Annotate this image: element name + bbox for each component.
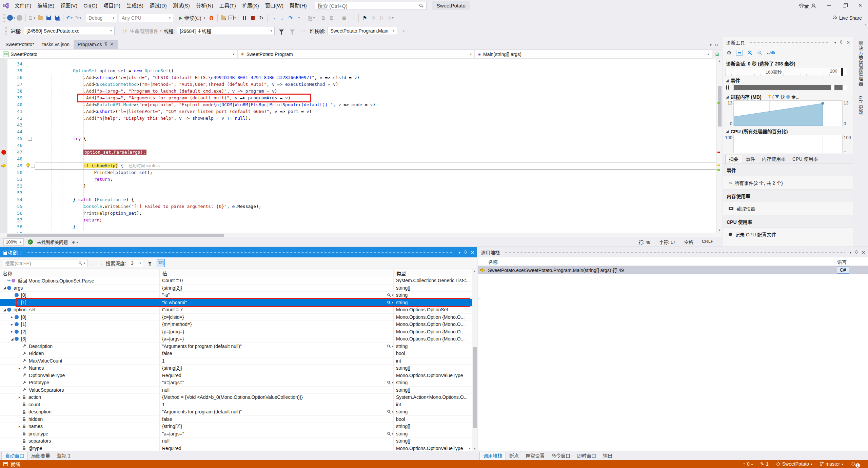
callstack-tab-5[interactable]: 输出 <box>599 452 616 460</box>
sign-in-button[interactable]: 登录 <box>794 2 821 9</box>
autos-scrollbar[interactable]: ▲ ▼ <box>472 269 477 451</box>
callstack-tab-0[interactable]: 调用堆栈 <box>479 452 506 460</box>
magnifier-icon[interactable]: ▾ <box>387 410 393 414</box>
expanded-icon[interactable]: ◢ <box>2 286 7 290</box>
zoom-dropdown[interactable]: 100%▾ <box>3 238 24 246</box>
comment-button[interactable]: 🗎 <box>319 14 328 22</box>
code-line[interactable]: try { <box>41 135 716 142</box>
collapsed-icon[interactable]: ▸ <box>17 425 22 428</box>
tab-sweetpotato[interactable]: SweetPotato* <box>1 40 38 49</box>
collapsed-icon[interactable]: ▸ <box>17 395 22 399</box>
unsaved-edits-button[interactable]: ✎ 1 <box>760 461 769 467</box>
uncomment-button[interactable]: 🗏 <box>328 14 336 22</box>
menu-v[interactable]: 视图(V) <box>57 0 80 11</box>
hex-display-icon[interactable]: ab <box>157 259 165 267</box>
outdent-button[interactable]: ≡ <box>348 14 357 22</box>
menu-d[interactable]: 调试(D) <box>146 0 170 11</box>
record-cpu-profile-link[interactable]: 记录 CPU 配置文件 <box>723 228 853 241</box>
solution-configuration-dropdown[interactable]: Debug▾ <box>86 14 117 22</box>
callstack-window-menu-icon[interactable]: ▾ <box>850 250 852 255</box>
table-row[interactable]: ◢[3]{a=|args=}Mono.Options.Option {Mono.… <box>0 335 477 343</box>
tab-tasks-vs-json[interactable]: tasks.vs.json <box>38 40 74 49</box>
code-line[interactable] <box>41 156 716 162</box>
editor-vertical-scrollbar[interactable]: ▲ ▼ <box>716 59 722 233</box>
outgoing-commits-button[interactable]: ↑ 0▴ <box>743 461 753 467</box>
code-map-button[interactable]: 遲▾ <box>307 14 315 22</box>
magnifier-icon[interactable]: ▾ <box>387 381 393 385</box>
panel-scroll-down-icon[interactable]: ⌄ <box>844 149 847 153</box>
prev-bookmark-button[interactable]: ⚐ <box>369 14 377 22</box>
code-line[interactable]: option_set.Parse(args); <box>41 149 716 156</box>
table-row[interactable]: description"Arguments for program (defau… <box>0 408 477 416</box>
table-row[interactable]: ↪返回 Mono.Options.OptionSet.ParseCount = … <box>0 277 477 285</box>
table-row[interactable]: separatorsnullstring[] <box>0 437 477 445</box>
step-over-button[interactable]: ↷ <box>286 14 295 22</box>
menu-e[interactable]: 编辑(E) <box>34 0 57 11</box>
navigate-back-button[interactable]: ←▾ <box>7 14 15 22</box>
column-value[interactable]: 值 <box>159 269 393 277</box>
callstack-column-language[interactable]: 语言 <box>834 257 868 266</box>
collapsed-icon[interactable]: ▸ <box>9 330 15 333</box>
zoom-out-icon[interactable] <box>757 50 762 55</box>
reset-filter-button[interactable] <box>288 26 296 35</box>
stack-frame-dropdown[interactable]: SweetPotato.Program.Main▾ <box>328 27 397 35</box>
quick-search-input[interactable]: 搜索 (Ctrl+Q) <box>315 2 427 10</box>
indent-button[interactable]: ≣ <box>340 14 348 22</box>
menu-p[interactable]: 项目(P) <box>100 0 123 11</box>
tab-solution-explorer[interactable]: 解决方案资源管理器 <box>857 41 864 86</box>
events-track[interactable] <box>733 84 847 91</box>
table-row[interactable]: count1int <box>0 401 477 409</box>
callstack-tab-1[interactable]: 断点 <box>506 452 522 460</box>
cpu-chart[interactable] <box>733 135 843 153</box>
code-line[interactable]: PrintHelp(option_set); <box>41 169 716 176</box>
open-file-button[interactable] <box>36 14 44 22</box>
table-row[interactable]: ▸[2]{p=|prog=}Mono.Options.Option {Mono.… <box>0 328 477 336</box>
magnifier-icon[interactable]: ▾ <box>387 344 393 348</box>
repository-button[interactable]: SweetPotato▴ <box>776 461 812 467</box>
magnifier-icon[interactable]: ▾ <box>387 293 393 297</box>
code-line[interactable]: } catch (Exception e) { <box>41 196 716 203</box>
table-row[interactable]: ▸[0]{c=|clsid=}Mono.Options.Option {Mono… <box>0 314 477 321</box>
callstack-close-icon[interactable]: ✕ <box>862 250 865 255</box>
menu-s[interactable]: 测试(S) <box>170 0 193 11</box>
notifications-button[interactable]: 1 <box>851 461 860 468</box>
table-row[interactable]: ▸names{string[2]}string[] <box>0 423 477 430</box>
hot-reload-button[interactable] <box>207 14 216 22</box>
collapsed-icon[interactable]: ▸ <box>9 315 15 319</box>
break-all-button[interactable] <box>240 14 249 22</box>
cpu-section-title[interactable]: CPU (所有处理器的百分比) <box>731 128 788 135</box>
diag-export-icon[interactable]: ➦ <box>736 50 743 56</box>
diagnostics-tab-2[interactable]: 内存使用率 <box>758 155 789 163</box>
new-file-button[interactable]: 🗋▾ <box>27 14 36 22</box>
collapsed-icon[interactable]: ▸ <box>17 366 22 370</box>
autos-close-icon[interactable]: ✕ <box>471 250 474 255</box>
code-line[interactable]: .Add<ushort>("l=|listenPort=", "COM serv… <box>41 108 716 115</box>
type-dropdown[interactable]: ❖ SweetPotato.Program▾ <box>237 50 475 59</box>
autos-search-input[interactable]: 搜索(Ctrl+E) ▾ <box>3 259 87 267</box>
close-button[interactable]: × <box>852 0 868 11</box>
menu-b[interactable]: 生成(B) <box>123 0 146 11</box>
close-panel-icon[interactable]: ✕ <box>846 40 850 45</box>
tab-git-changes[interactable]: Git 更改 <box>857 96 864 115</box>
callstack-column-name[interactable]: 名称 <box>478 257 834 266</box>
autos-tab-0[interactable]: 自动窗口 <box>1 452 28 460</box>
clear-bookmarks-button[interactable]: ⚐▾ <box>386 14 394 22</box>
code-line[interactable] <box>41 122 716 129</box>
code-line[interactable]: .Add<string>("c=|clsid=", "CLSID (defaul… <box>41 74 716 81</box>
expanded-icon[interactable]: ◢ <box>9 337 15 341</box>
restore-button[interactable] <box>837 0 852 11</box>
callstack-tab-2[interactable]: 异常设置 <box>522 452 548 460</box>
table-row[interactable]: Hiddenfalsebool <box>0 350 477 357</box>
fold-collapse-icon[interactable]: – <box>28 137 32 141</box>
magnifier-icon[interactable]: ▾ <box>387 432 393 436</box>
diag-timeline-ruler[interactable]: 160毫秒 200 <box>725 68 847 76</box>
member-dropdown[interactable]: ◈ Main(string[] args)▾ <box>475 50 712 59</box>
zoom-in-icon[interactable] <box>747 50 752 55</box>
table-row[interactable]: ▸Names{string[2]}string[] <box>0 365 477 372</box>
reset-view-icon[interactable]: ⤾ıllı <box>767 50 775 56</box>
collapsed-icon[interactable]: ▸ <box>9 323 15 326</box>
column-type[interactable]: 类型 <box>393 269 477 277</box>
find-in-files-button[interactable] <box>219 14 228 22</box>
events-section-title[interactable]: 事件 <box>731 77 740 84</box>
branch-button[interactable]: master▴ <box>820 461 843 467</box>
